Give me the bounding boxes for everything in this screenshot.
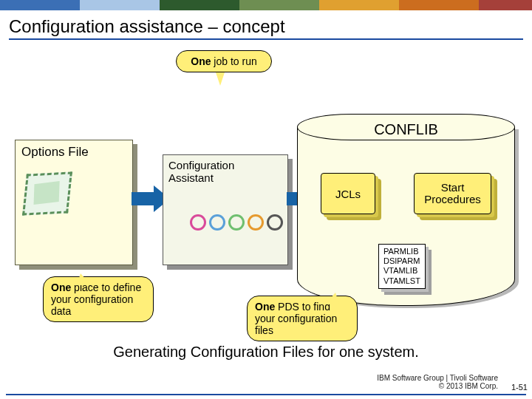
bottom-rule — [6, 394, 526, 395]
callout-one-job: One job to run — [176, 50, 272, 72]
gear-icon — [267, 214, 283, 231]
lib-item: DSIPARM — [383, 256, 420, 266]
start-procedures-stack: StartProcedures — [414, 173, 491, 214]
lib-item: PARMLIB — [383, 247, 420, 256]
callout-one-job-tail — [216, 72, 225, 93]
footer-line2: © 2013 IBM Corp. — [377, 382, 498, 390]
diagram-canvas: One job to run Options File Configuratio… — [0, 47, 532, 372]
start-procedures-label: StartProcedures — [424, 182, 481, 205]
jcls-stack: JCLs — [321, 173, 375, 214]
gear-icon — [228, 214, 245, 231]
conflib-cylinder: CONFLIB JCLs StartProcedures PARMLIB DSI… — [297, 114, 515, 306]
gear-icon — [190, 214, 206, 231]
stamp-icon — [22, 171, 72, 215]
callout-one-place-bold: One — [51, 282, 71, 293]
options-file-label: Options File — [16, 140, 132, 164]
footer-line1: IBM Software Group | Tivoli Software — [377, 374, 498, 382]
lib-list-box: PARMLIB DSIPARM VTAMLIB VTAMLST — [378, 244, 426, 289]
page-number: 1-51 — [511, 383, 528, 392]
config-assistant-box: Configuration Assistant — [163, 154, 288, 265]
callout-one-place-tail — [77, 266, 91, 285]
lib-item: VTAMLIB — [383, 266, 420, 276]
conflib-label: CONFLIB — [297, 121, 515, 138]
options-file-box: Options File — [15, 140, 133, 265]
slide-title: Configuration assistance – concept — [9, 16, 523, 37]
callout-one-job-text: job to run — [211, 55, 256, 67]
title-underline — [9, 38, 523, 40]
callout-one-job-bold: One — [191, 55, 211, 67]
config-assistant-line2: Assistant — [168, 171, 214, 184]
gear-icon — [209, 214, 225, 231]
config-assistant-label: Configuration Assistant — [163, 155, 287, 188]
slide-subtitle: Generating Configuration Files for one s… — [0, 344, 532, 361]
gears-icon — [190, 214, 283, 231]
jcls-label: JCLs — [335, 188, 361, 200]
callout-one-pds-bold: One — [255, 301, 275, 313]
callout-one-place: One place to define your configuration d… — [43, 276, 154, 322]
footer-block: IBM Software Group | Tivoli Software © 2… — [377, 374, 498, 390]
decorative-top-band — [0, 0, 532, 10]
config-assistant-line1: Configuration — [168, 159, 234, 171]
callout-one-pds: One PDS to find your configuration files — [247, 296, 358, 341]
callout-one-pds-tail — [325, 285, 339, 304]
gear-icon — [248, 214, 264, 231]
lib-item: VTAMLST — [383, 276, 420, 286]
arrow-1-body — [132, 192, 157, 205]
